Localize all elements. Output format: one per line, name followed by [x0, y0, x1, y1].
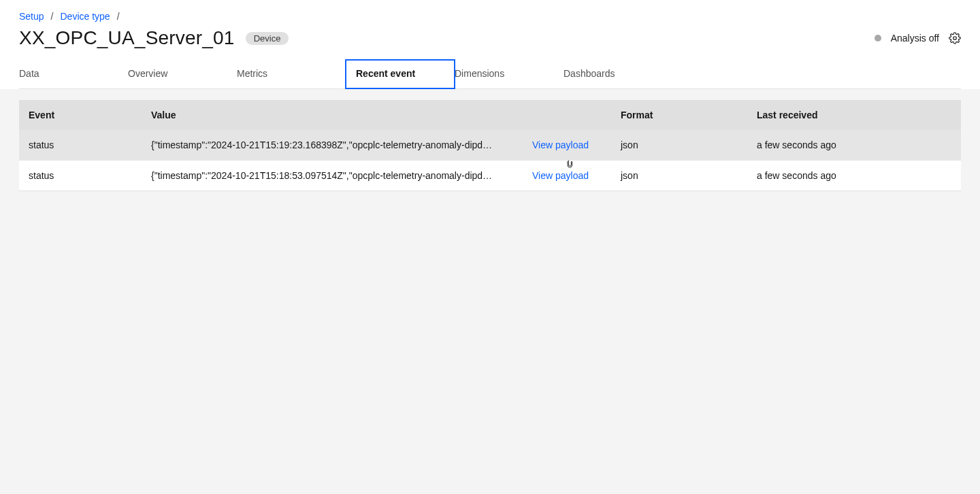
cell-event: status: [19, 130, 142, 161]
col-last-received[interactable]: Last received: [747, 100, 961, 130]
view-payload-link[interactable]: View payload: [532, 139, 589, 150]
tab-label: Data: [19, 68, 39, 79]
tab-label: Metrics: [237, 68, 267, 79]
view-payload-link[interactable]: View payload: [532, 170, 589, 181]
tab-dimensions[interactable]: Dimensions: [455, 60, 564, 88]
events-table: Event Value Format Last received status …: [19, 100, 961, 191]
breadcrumb-setup[interactable]: Setup: [19, 11, 44, 22]
cell-value: {"timestamp":"2024-10-21T15:18:53.097514…: [142, 161, 523, 191]
breadcrumb: Setup / Device type /: [19, 11, 961, 22]
tab-overview[interactable]: Overview: [128, 60, 237, 88]
tab-label: Overview: [128, 68, 167, 79]
table-row[interactable]: status {"timestamp":"2024-10-21T15:18:53…: [19, 161, 961, 191]
breadcrumb-device-type[interactable]: Device type: [60, 11, 110, 22]
col-format[interactable]: Format: [611, 100, 747, 130]
cell-view-payload: View payload: [523, 161, 611, 191]
tab-label: Dimensions: [455, 68, 504, 79]
tab-dashboards[interactable]: Dashboards: [564, 60, 672, 88]
analysis-status: Analysis off: [891, 33, 939, 44]
breadcrumb-sep: /: [51, 11, 54, 22]
device-badge: Device: [246, 32, 289, 45]
cell-value: {"timestamp":"2024-10-21T15:19:23.168398…: [142, 130, 523, 161]
table-row[interactable]: status {"timestamp":"2024-10-21T15:19:23…: [19, 130, 961, 161]
page-title: XX_OPC_UA_Server_01: [19, 27, 235, 49]
tab-label: Recent event: [356, 68, 415, 79]
tabs: Data Overview Metrics Recent event Dimen…: [19, 60, 961, 89]
cell-last-received: a few seconds ago: [747, 130, 961, 161]
cell-last-received: a few seconds ago: [747, 161, 961, 191]
breadcrumb-sep: /: [117, 11, 120, 22]
tab-recent-event[interactable]: Recent event: [345, 59, 455, 89]
cell-format: json: [611, 130, 747, 161]
tab-metrics[interactable]: Metrics: [237, 60, 346, 88]
cell-event: status: [19, 161, 142, 191]
tab-data[interactable]: Data: [19, 60, 128, 88]
col-value[interactable]: Value: [142, 100, 611, 130]
cell-format: json: [611, 161, 747, 191]
svg-point-0: [953, 37, 957, 40]
gear-icon[interactable]: [949, 32, 961, 44]
col-event[interactable]: Event: [19, 100, 142, 130]
cell-view-payload: View payload: [523, 130, 611, 161]
status-dot-icon: [875, 35, 881, 42]
tab-label: Dashboards: [564, 68, 615, 79]
